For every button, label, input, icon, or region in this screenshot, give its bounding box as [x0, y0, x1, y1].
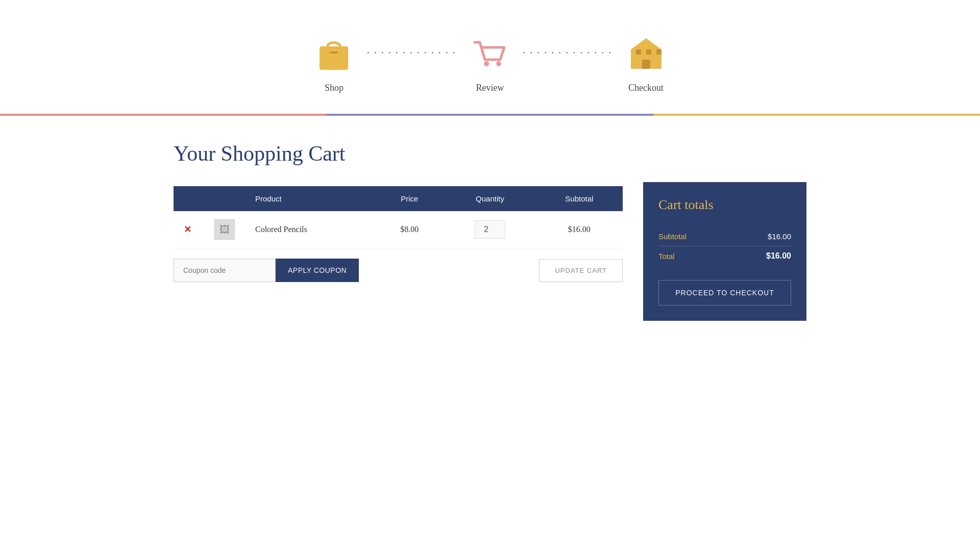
- remove-cell: ✕: [174, 211, 204, 248]
- review-icon: [467, 31, 513, 77]
- apply-coupon-button[interactable]: APPLY COUPON: [276, 259, 359, 282]
- totals-title: Cart totals: [658, 197, 791, 213]
- separator-bars: [0, 114, 980, 116]
- step-review-label: Review: [476, 83, 504, 93]
- dots-2: • • • • • • • • • • • • •: [513, 50, 623, 56]
- svg-rect-7: [641, 49, 646, 55]
- total-amount: $16.00: [766, 251, 791, 261]
- update-cart-button[interactable]: UPDATE CART: [539, 259, 623, 282]
- cart-section: Your Shopping Cart Product Price Quantit…: [174, 141, 623, 282]
- page-title: Your Shopping Cart: [174, 141, 623, 166]
- coupon-input[interactable]: [174, 259, 276, 282]
- product-thumb-icon: 🖼: [219, 224, 230, 236]
- col-remove-header: [174, 186, 204, 211]
- col-thumb-header: [204, 186, 245, 211]
- col-product-header: Product: [245, 186, 375, 211]
- svg-rect-0: [320, 46, 348, 70]
- thumb-cell: 🖼: [204, 211, 245, 248]
- step-checkout[interactable]: Checkout: [623, 31, 669, 93]
- checkout-icon: [623, 31, 669, 77]
- col-qty-header: Quantity: [444, 186, 535, 211]
- col-subtotal-header: Subtotal: [536, 186, 623, 211]
- subtotal-row: Subtotal $16.00: [658, 227, 791, 246]
- subtotal-cell: $16.00: [536, 211, 623, 248]
- price-cell: $8.00: [375, 211, 444, 248]
- subtotal-amount: $16.00: [768, 232, 791, 241]
- table-row: ✕ 🖼 Colored Pencils $8.00: [174, 211, 623, 248]
- product-name-cell: Colored Pencils: [245, 211, 375, 248]
- step-checkout-label: Checkout: [628, 83, 664, 93]
- steps-indicator: Shop • • • • • • • • • • • • • Review • …: [0, 0, 980, 114]
- main-content: Your Shopping Cart Product Price Quantit…: [133, 116, 847, 351]
- col-price-header: Price: [375, 186, 444, 211]
- dots-1: • • • • • • • • • • • • •: [357, 50, 467, 56]
- svg-rect-6: [631, 49, 636, 55]
- bar-gold: [653, 114, 980, 116]
- step-shop-label: Shop: [325, 83, 344, 93]
- proceed-to-checkout-button[interactable]: PROCEED TO CHECKOUT: [658, 280, 791, 305]
- quantity-input[interactable]: [475, 220, 505, 239]
- table-header-row: Product Price Quantity Subtotal: [174, 186, 623, 211]
- price-value: $8.00: [400, 225, 419, 234]
- subtotal-label: Subtotal: [658, 232, 687, 241]
- step-shop[interactable]: Shop: [311, 31, 357, 93]
- total-row: Total $16.00: [658, 246, 791, 266]
- cart-actions: APPLY COUPON UPDATE CART: [174, 259, 623, 282]
- qty-cell: [444, 211, 535, 248]
- subtotal-value: $16.00: [568, 225, 591, 234]
- svg-point-2: [484, 61, 489, 66]
- product-thumbnail: 🖼: [214, 219, 235, 240]
- coupon-group: APPLY COUPON: [174, 259, 359, 282]
- bar-purple: [327, 114, 653, 116]
- cart-table: Product Price Quantity Subtotal ✕ 🖼: [174, 186, 623, 248]
- product-name: Colored Pencils: [255, 225, 307, 234]
- svg-rect-10: [642, 60, 650, 69]
- shop-icon: [311, 31, 357, 77]
- svg-point-3: [496, 61, 501, 66]
- cart-totals-panel: Cart totals Subtotal $16.00 Total $16.00…: [643, 182, 806, 321]
- bar-red: [0, 114, 327, 116]
- svg-rect-1: [330, 52, 338, 54]
- step-review[interactable]: Review: [467, 31, 513, 93]
- remove-item-button[interactable]: ✕: [184, 224, 191, 235]
- svg-rect-8: [651, 49, 656, 55]
- total-label: Total: [658, 252, 675, 261]
